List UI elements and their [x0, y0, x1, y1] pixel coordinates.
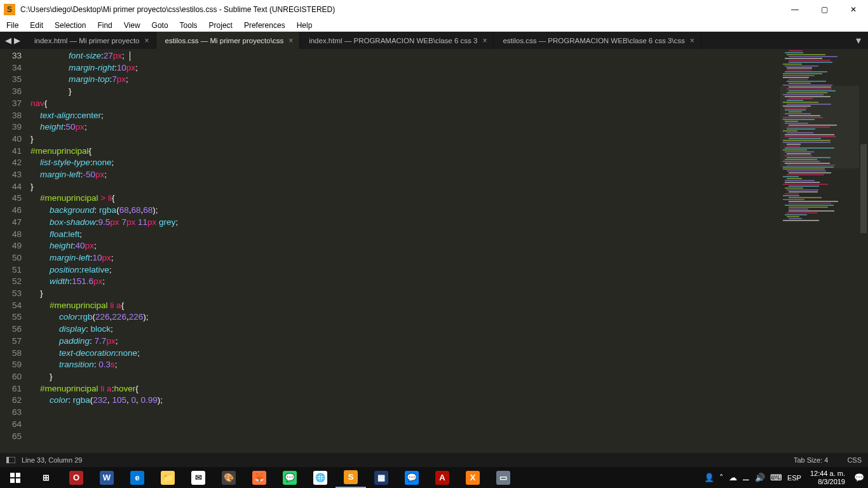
window-titlebar: S C:\Users\diego\Desktop\Mi primer proye…	[0, 0, 868, 19]
messenger-icon: 💬	[405, 471, 419, 485]
taskbar-explorer[interactable]: 📁	[153, 467, 183, 488]
tab-strip: ◀ ▶ index.html — Mi primer proyecto×esti…	[0, 32, 868, 49]
taskbar-acrobat[interactable]: A	[427, 467, 458, 488]
menu-preferences[interactable]: Preferences	[244, 21, 285, 30]
tab-label: index.html — PROGRAMACION WEB\clase 6 cs…	[309, 37, 477, 44]
app2-icon: ▭	[496, 471, 510, 485]
menu-help[interactable]: Help	[297, 21, 313, 30]
onedrive-icon[interactable]: ☁	[729, 473, 737, 482]
close-button[interactable]: ✕	[839, 0, 868, 19]
taskbar-messenger[interactable]: 💬	[397, 467, 427, 488]
start-button[interactable]	[0, 467, 31, 488]
menu-edit[interactable]: Edit	[30, 21, 43, 30]
tab[interactable]: index.html — PROGRAMACION WEB\clase 6 cs…	[300, 32, 494, 49]
status-bar: Line 33, Column 29 Tab Size: 4 CSS	[0, 453, 868, 467]
firefox-icon: 🦊	[252, 471, 266, 485]
taskbar-firefox[interactable]: 🦊	[244, 467, 275, 488]
menu-bar: FileEditSelectionFindViewGotoToolsProjec…	[0, 19, 868, 32]
maximize-button[interactable]: ▢	[810, 0, 839, 19]
mail-icon: ✉	[191, 471, 205, 485]
input-language[interactable]: ESP	[787, 474, 801, 482]
people-icon[interactable]: 👤	[704, 473, 714, 482]
menu-selection[interactable]: Selection	[55, 21, 86, 30]
taskbar-chrome[interactable]: 🌐	[305, 467, 336, 488]
action-center-icon[interactable]: 💬	[854, 473, 864, 482]
close-icon[interactable]: ×	[145, 36, 149, 45]
sublime-icon: S	[344, 470, 358, 484]
code-area[interactable]: font-size:27px; margin-right:10px; margi…	[31, 49, 868, 453]
tab-label: estilos.css — PROGRAMACION WEB\clase 6 c…	[503, 37, 684, 44]
taskbar-mail[interactable]: ✉	[183, 467, 214, 488]
network-icon[interactable]: ⚊	[742, 473, 750, 482]
menu-project[interactable]: Project	[209, 21, 233, 30]
opera-icon: O	[69, 471, 83, 485]
minimize-button[interactable]: —	[780, 0, 810, 19]
window-title: C:\Users\diego\Desktop\Mi primer proyect…	[20, 5, 780, 14]
taskbar-word[interactable]: W	[92, 467, 122, 488]
system-tray: 👤 ˄ ☁ ⚊ 🔊 ⌨ ESP 12:44 a. m. 8/3/2019 💬	[704, 470, 868, 486]
taskbar-edge[interactable]: e	[122, 467, 153, 488]
taskbar-app1[interactable]: ▦	[366, 467, 397, 488]
close-icon[interactable]: ×	[288, 36, 293, 45]
edge-icon: e	[130, 471, 144, 485]
keyboard-icon[interactable]: ⌨	[770, 473, 782, 482]
taskbar-app2[interactable]: ▭	[488, 467, 519, 488]
menu-tools[interactable]: Tools	[180, 21, 198, 30]
syntax-mode[interactable]: CSS	[847, 456, 862, 464]
tab[interactable]: index.html — Mi primer proyecto×	[25, 32, 156, 49]
cursor-position: Line 33, Column 29	[22, 456, 82, 464]
tab-size[interactable]: Tab Size: 4	[794, 456, 828, 464]
tray-chevron-icon[interactable]: ˄	[719, 473, 724, 482]
chrome-icon: 🌐	[313, 471, 327, 485]
word-icon: W	[100, 471, 114, 485]
taskbar-whatsapp[interactable]: 💬	[275, 467, 305, 488]
window-controls: — ▢ ✕	[780, 0, 868, 19]
explorer-icon: 📁	[161, 471, 175, 485]
app-icon: S	[4, 4, 15, 15]
windows-logo-icon	[10, 473, 20, 483]
paint3d-icon: 🎨	[222, 471, 236, 485]
close-icon[interactable]: ×	[482, 36, 487, 45]
menu-file[interactable]: File	[6, 21, 18, 30]
taskbar-paint3d[interactable]: 🎨	[214, 467, 244, 488]
tab[interactable]: estilos.css — PROGRAMACION WEB\clase 6 c…	[494, 32, 701, 49]
menu-find[interactable]: Find	[97, 21, 112, 30]
scrollbar-thumb[interactable]	[860, 144, 867, 233]
sidebar-toggle-icon[interactable]	[6, 457, 15, 463]
taskbar-xampp[interactable]: X	[458, 467, 488, 488]
menu-view[interactable]: View	[124, 21, 140, 30]
xampp-icon: X	[466, 471, 480, 485]
tab-label: index.html — Mi primer proyecto	[34, 37, 140, 44]
vertical-scrollbar[interactable]	[859, 49, 868, 453]
tab-label: estilos.css — Mi primer proyecto\css	[165, 37, 284, 44]
volume-icon[interactable]: 🔊	[755, 473, 765, 482]
whatsapp-icon: 💬	[283, 471, 297, 485]
tab-overflow-icon[interactable]: ▾	[849, 32, 868, 49]
tab-nav-arrows[interactable]: ◀ ▶	[0, 32, 25, 49]
taskbar-sublime[interactable]: S	[336, 467, 366, 488]
tab[interactable]: estilos.css — Mi primer proyecto\css×	[156, 32, 301, 49]
taskbar-taskview[interactable]: ⊞	[31, 467, 61, 488]
minimap-viewport[interactable]	[780, 86, 859, 168]
menu-goto[interactable]: Goto	[152, 21, 168, 30]
taskview-icon: ⊞	[39, 471, 53, 485]
svg-rect-1	[6, 457, 9, 463]
taskbar-opera[interactable]: O	[61, 467, 92, 488]
clock[interactable]: 12:44 a. m. 8/3/2019	[806, 470, 849, 486]
windows-taskbar: ⊞OWe📁✉🎨🦊💬🌐S▦💬AX▭ 👤 ˄ ☁ ⚊ 🔊 ⌨ ESP 12:44 a…	[0, 467, 868, 488]
minimap[interactable]	[780, 49, 859, 453]
editor[interactable]: 3334353637383940414243444546474849505152…	[0, 49, 868, 453]
close-icon[interactable]: ×	[690, 36, 695, 45]
line-gutter: 3334353637383940414243444546474849505152…	[0, 49, 31, 453]
app1-icon: ▦	[374, 471, 388, 485]
acrobat-icon: A	[435, 471, 449, 485]
